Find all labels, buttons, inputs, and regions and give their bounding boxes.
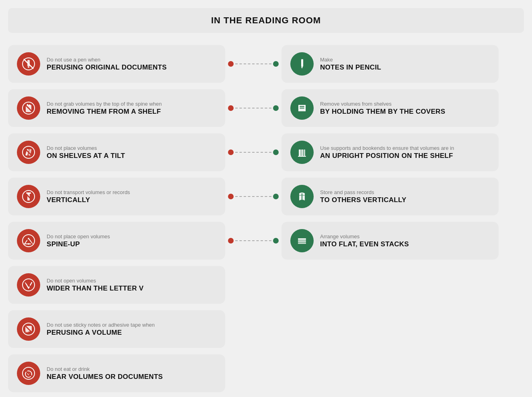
don-title: PERUSING ORIGINAL DOCUMENTS: [47, 63, 167, 72]
don-title: NEAR VOLUMES OR DOCUMENTS: [47, 373, 163, 381]
page-container: IN THE READING ROOM Do not use a pen whe…: [8, 8, 524, 392]
don-icon-grab-slash: [17, 96, 40, 120]
svg-rect-21: [299, 149, 301, 156]
don-card-text: Do not use sticky notes or adhesive tape…: [47, 322, 155, 337]
dashed-line: [235, 240, 271, 241]
header-box: IN THE READING ROOM: [8, 8, 524, 33]
svg-rect-13: [298, 105, 300, 111]
row-pair: Do not grab volumes by the top of the sp…: [8, 89, 524, 127]
svg-rect-22: [301, 149, 303, 156]
don-card: Do not grab volumes by the top of the sp…: [8, 89, 225, 127]
do-card: Store and pass records TO OTHERS VERTICA…: [281, 178, 499, 215]
dashed-line: [235, 108, 271, 108]
row-pair: Do not place volumes ON SHELVES AT A TIL…: [8, 133, 524, 171]
don-subtitle: Do not eat or drink: [47, 366, 163, 372]
do-title: BY HOLDING THEM BY THE COVERS: [320, 108, 445, 116]
don-card-text: Do not transport volumes or records VERT…: [47, 189, 130, 204]
don-subtitle: Do not place volumes: [47, 145, 125, 151]
connector: [225, 105, 281, 111]
svg-rect-2: [27, 60, 30, 66]
don-card: Do not use a pen when PERUSING ORIGINAL …: [8, 45, 225, 83]
svg-rect-6: [301, 59, 303, 60]
do-card-text: Arrange volumes INTO FLAT, EVEN STACKS: [320, 233, 409, 248]
do-title: NOTES IN PENCIL: [320, 63, 381, 72]
do-subtitle: Arrange volumes: [320, 233, 409, 239]
don-card-text: Do not grab volumes by the top of the sp…: [47, 101, 162, 116]
do-icon-pencil: [290, 52, 314, 76]
connector: [225, 238, 281, 244]
do-icon-pass-books: [290, 185, 314, 208]
svg-rect-16: [300, 108, 304, 108]
do-card: Use supports and bookends to ensure that…: [281, 133, 499, 171]
row-solo: Do not open volumes WIDER THAN THE LETTE…: [8, 266, 524, 304]
row-pair: Do not transport volumes or records VERT…: [8, 178, 524, 215]
don-card: Do not open volumes WIDER THAN THE LETTE…: [8, 266, 225, 304]
don-card: Do not place open volumes SPINE-UP: [8, 222, 225, 260]
do-card: Make NOTES IN PENCIL: [281, 45, 499, 83]
row-solo: Do not use sticky notes or adhesive tape…: [8, 310, 524, 348]
svg-rect-35: [298, 238, 306, 240]
dot-red: [228, 61, 234, 67]
svg-rect-31: [302, 195, 305, 196]
do-card: Arrange volumes INTO FLAT, EVEN STACKS: [281, 222, 499, 260]
dot-red: [228, 105, 234, 111]
dot-red: [228, 238, 234, 244]
connector: [225, 61, 281, 67]
do-subtitle: Store and pass records: [320, 189, 407, 195]
don-subtitle: Do not use sticky notes or adhesive tape…: [47, 322, 155, 328]
do-card-text: Use supports and bookends to ensure that…: [320, 145, 454, 160]
don-icon-tilt-slash: [17, 141, 40, 164]
don-icon-spine-up-slash: [17, 229, 40, 252]
dashed-line: [235, 63, 271, 64]
do-subtitle: Make: [320, 57, 381, 63]
don-title: REMOVING THEM FROM A SHELF: [47, 108, 162, 116]
do-title: TO OTHERS VERTICALLY: [320, 196, 407, 204]
svg-rect-23: [304, 149, 305, 156]
do-subtitle: Use supports and bookends to ensure that…: [320, 145, 454, 151]
do-title: AN UPRIGHT POSITION ON THE SHELF: [320, 152, 454, 160]
don-card: Do not use sticky notes or adhesive tape…: [8, 310, 225, 348]
do-card: Remove volumes from shelves BY HOLDING T…: [281, 89, 499, 127]
don-icon-open-wide-slash: [17, 273, 40, 297]
don-icon-eat-slash: [17, 362, 40, 385]
svg-rect-29: [302, 193, 302, 201]
do-icon-book-cover: [290, 96, 314, 120]
don-card: Do not transport volumes or records VERT…: [8, 178, 225, 215]
don-title: SPINE-UP: [47, 240, 110, 248]
dot-green: [273, 105, 279, 111]
don-subtitle: Do not transport volumes or records: [47, 189, 130, 195]
svg-rect-15: [300, 106, 304, 107]
don-title: WIDER THAN THE LETTER V: [47, 284, 144, 293]
svg-line-19: [24, 147, 33, 157]
do-title: INTO FLAT, EVEN STACKS: [320, 240, 409, 248]
don-subtitle: Do not use a pen when: [47, 57, 167, 63]
do-card-text: Remove volumes from shelves BY HOLDING T…: [320, 101, 445, 116]
don-card-text: Do not place volumes ON SHELVES AT A TIL…: [47, 145, 125, 160]
svg-rect-36: [298, 240, 306, 242]
connector: [225, 149, 281, 155]
don-icon-sticky-slash: [17, 317, 40, 341]
svg-rect-41: [25, 332, 29, 332]
svg-marker-5: [301, 67, 303, 69]
do-icon-stack-books: [290, 229, 314, 252]
svg-rect-9: [29, 104, 30, 106]
connector: [225, 194, 281, 199]
don-subtitle: Do not place open volumes: [47, 233, 110, 239]
svg-rect-3: [28, 66, 29, 68]
do-card-text: Store and pass records TO OTHERS VERTICA…: [320, 189, 407, 204]
row-pair: Do not place open volumes SPINE-UP: [8, 222, 524, 260]
don-icon-transport-slash: [17, 185, 40, 208]
dashed-line: [235, 152, 271, 153]
page-title: IN THE READING ROOM: [211, 15, 321, 25]
svg-rect-4: [301, 59, 303, 67]
don-card-text: Do not open volumes WIDER THAN THE LETTE…: [47, 278, 144, 293]
don-subtitle: Do not grab volumes by the top of the sp…: [47, 101, 162, 107]
svg-rect-32: [28, 243, 29, 245]
don-subtitle: Do not open volumes: [47, 278, 144, 284]
don-card-text: Do not place open volumes SPINE-UP: [47, 233, 110, 248]
do-subtitle: Remove volumes from shelves: [320, 101, 445, 107]
don-title: PERUSING A VOLUME: [47, 329, 155, 337]
content-grid: Do not use a pen when PERUSING ORIGINAL …: [8, 45, 524, 392]
don-title: VERTICALLY: [47, 196, 130, 204]
don-icon-pen-slash: [17, 52, 40, 76]
